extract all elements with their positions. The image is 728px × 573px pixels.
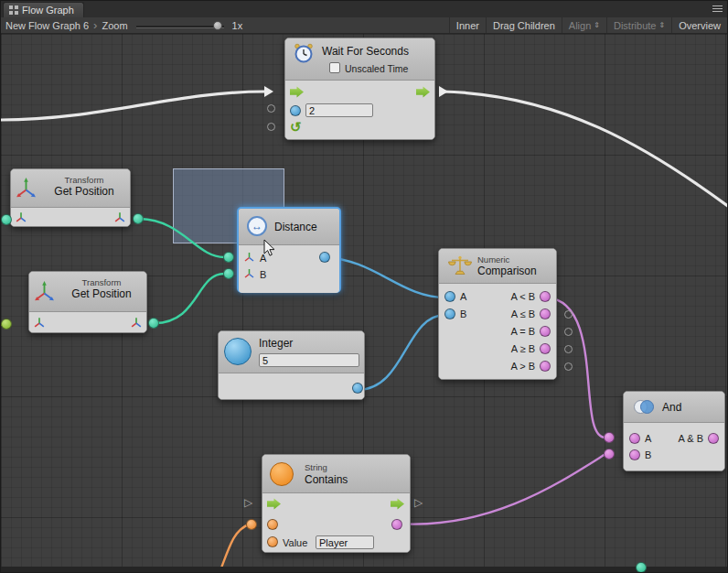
zoom-value: 1x <box>228 20 248 31</box>
wire-flow-out[interactable] <box>442 92 728 210</box>
seconds-input[interactable] <box>305 103 373 117</box>
flow-graph-window: Flow Graph New Flow Graph 6 › Zoom 1x In… <box>0 0 728 573</box>
checkbox-label: Unscaled Time <box>345 63 408 74</box>
output-geq-port[interactable] <box>540 343 551 354</box>
distribute-dropdown[interactable]: Distribute⇕ <box>606 17 671 33</box>
string-input-port[interactable] <box>267 519 278 530</box>
integer-input[interactable] <box>259 353 359 367</box>
align-dropdown[interactable]: Align⇕ <box>562 17 606 33</box>
zoom-slider-handle[interactable] <box>213 21 222 30</box>
node-title: Get Position <box>57 287 146 300</box>
position-output-icon[interactable] <box>130 316 143 332</box>
tab-title: Flow Graph <box>22 5 74 16</box>
flow-out-port[interactable] <box>416 86 430 98</box>
wire-contains-to-and-b[interactable] <box>397 454 605 524</box>
value-label: Value <box>283 537 307 548</box>
transform-port-icon[interactable] <box>33 316 46 332</box>
transform-input-port[interactable] <box>1 214 12 225</box>
integer-output-port[interactable] <box>352 383 363 394</box>
unconnected-port[interactable] <box>564 362 573 371</box>
flow-in-port[interactable] <box>290 86 304 98</box>
transform-gizmo-icon <box>14 176 38 204</box>
graph-canvas[interactable]: Wait For Seconds Unscaled Time ↺ <box>1 34 728 573</box>
tab-flow-graph[interactable]: Flow Graph <box>3 2 84 17</box>
and-row: A A & B <box>624 429 724 447</box>
node-integer[interactable]: Integer <box>218 330 365 400</box>
output-less-port[interactable] <box>540 291 551 302</box>
drag-children-button[interactable]: Drag Children <box>486 17 562 33</box>
vector-icon <box>243 266 255 283</box>
comparison-row: A A < B <box>439 287 556 305</box>
zoom-slider-track[interactable] <box>136 26 224 27</box>
output-leq-port[interactable] <box>540 308 551 319</box>
flow-out-port[interactable] <box>391 498 404 510</box>
input-b-label: B <box>260 269 266 280</box>
flow-wire-arrow-icon <box>439 86 448 97</box>
align-arrows-icon: ⇕ <box>594 21 600 29</box>
node-title: Get Position <box>38 185 130 198</box>
title-bar: Flow Graph <box>1 1 727 17</box>
position1-output-port[interactable] <box>133 213 144 224</box>
unscaled-time-checkbox[interactable] <box>329 62 340 73</box>
input-b-port[interactable] <box>629 449 640 460</box>
seconds-port[interactable] <box>290 105 301 116</box>
node-distance[interactable]: ↔ Distance A B <box>237 207 341 293</box>
value-port[interactable] <box>267 536 278 547</box>
overview-button[interactable]: Overview <box>671 17 727 33</box>
output-gt-port[interactable] <box>540 361 551 372</box>
unconnected-flow-out-icon[interactable]: ▷ <box>414 497 423 508</box>
green-wire-port[interactable] <box>1 319 12 330</box>
node-and[interactable]: And A A & B B <box>623 391 725 471</box>
comparison-row: A > B <box>439 357 556 374</box>
breadcrumb[interactable]: New Flow Graph 6 <box>1 20 93 31</box>
node-category: String <box>305 462 327 472</box>
value-input[interactable] <box>316 535 374 549</box>
unconnected-port[interactable] <box>267 123 275 131</box>
wire-flow-in[interactable] <box>1 92 264 120</box>
distance-icon: ↔ <box>247 216 267 236</box>
zoom-label: Zoom <box>97 20 132 31</box>
graph-toolbar: New Flow Graph 6 › Zoom 1x Inner Drag Ch… <box>1 17 727 34</box>
comparison-row: A ≥ B <box>439 340 556 357</box>
node-string-contains[interactable]: String Contains Value <box>262 454 411 553</box>
unconnected-port[interactable] <box>564 310 573 319</box>
node-get-position-2[interactable]: Transform Get Position <box>28 271 147 333</box>
and-a-wire-port[interactable] <box>604 432 615 443</box>
distance-output-port[interactable] <box>319 252 330 263</box>
and-b-wire-port[interactable] <box>604 449 615 459</box>
node-wait-for-seconds[interactable]: Wait For Seconds Unscaled Time ↺ <box>284 38 435 140</box>
coroutine-loop-icon[interactable]: ↺ <box>290 120 302 134</box>
string-icon <box>270 462 294 486</box>
node-numeric-comparison[interactable]: Numeric Comparison A A < B B A ≤ B A = B <box>438 248 557 380</box>
input-a-port[interactable] <box>629 433 640 444</box>
mouse-cursor <box>262 239 275 261</box>
wire-distance-to-comparison-a[interactable] <box>323 257 445 297</box>
position2-output-port[interactable] <box>148 318 159 329</box>
input-b-port[interactable] <box>444 308 455 319</box>
node-get-position-1[interactable]: Transform Get Position <box>10 168 131 227</box>
output-eq-port[interactable] <box>540 326 551 337</box>
distance-b-port[interactable] <box>223 268 234 279</box>
wire-position2-to-distance-b[interactable] <box>155 274 224 323</box>
contains-result-port[interactable] <box>391 519 402 530</box>
node-category: Transform <box>38 175 130 185</box>
unconnected-flow-in-icon[interactable]: ▷ <box>244 497 252 508</box>
inner-button[interactable]: Inner <box>449 17 486 33</box>
distance-a-port[interactable] <box>223 252 234 263</box>
string-wire-port[interactable] <box>246 519 257 530</box>
wire-integer-to-comparison-b[interactable] <box>358 315 445 390</box>
bottom-edge-port[interactable] <box>636 562 647 573</box>
flow-in-port[interactable] <box>267 498 281 510</box>
comparison-row: A = B <box>439 322 556 340</box>
input-a-port[interactable] <box>444 291 455 302</box>
zoom-slider[interactable] <box>136 18 224 33</box>
and-output-port[interactable] <box>708 433 719 444</box>
unconnected-port[interactable] <box>564 345 573 353</box>
unconnected-port[interactable] <box>564 328 573 336</box>
position-output-icon[interactable] <box>113 211 126 227</box>
integer-icon <box>224 338 252 365</box>
transform-port-icon[interactable] <box>15 211 27 227</box>
unconnected-port[interactable] <box>267 104 275 113</box>
window-menu-icon[interactable] <box>712 5 723 14</box>
node-title: Comparison <box>477 265 537 277</box>
